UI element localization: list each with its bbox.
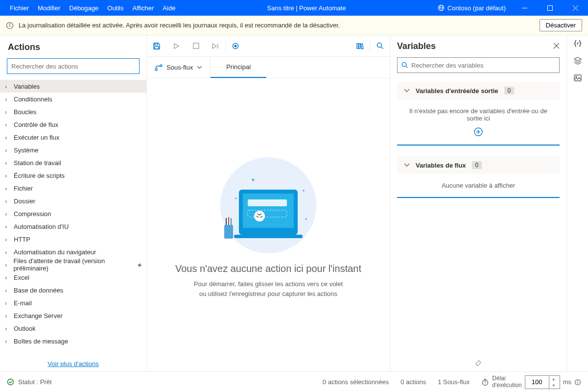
action-category-item[interactable]: ›Contrôle de flux (0, 118, 146, 131)
step-button[interactable] (206, 35, 225, 56)
menu-aide[interactable]: Aide (159, 1, 179, 15)
stop-button[interactable] (186, 35, 206, 56)
menu-outils[interactable]: Outils (103, 1, 127, 15)
action-category-label: E-mail (14, 299, 32, 307)
action-category-item[interactable]: ›Compression (0, 207, 146, 220)
chevron-right-icon: › (5, 287, 10, 294)
more-actions-link-container: Voir plus d'actions (0, 356, 146, 371)
action-category-item[interactable]: ›Automatisation d'IU (0, 220, 146, 233)
maximize-button[interactable] (539, 0, 561, 16)
record-button[interactable] (226, 35, 245, 56)
action-category-label: Exécuter un flux (14, 134, 59, 141)
action-category-label: Station de travail (14, 159, 61, 167)
svg-rect-24 (243, 194, 294, 228)
check-circle-icon (7, 378, 14, 386)
action-category-item[interactable]: ›Base de données (0, 284, 146, 296)
status-bar: Statut : Prêt 0 actions sélectionnées 0 … (0, 371, 588, 392)
action-category-item[interactable]: ›Automatisation du navigateur (0, 245, 146, 258)
flow-variables-header[interactable]: Variables de flux 0 (397, 156, 560, 174)
io-variables-count: 0 (504, 87, 515, 95)
svg-rect-16 (357, 44, 358, 49)
more-actions-link[interactable]: Voir plus d'actions (47, 360, 98, 368)
action-category-item[interactable]: ›HTTP (0, 233, 146, 245)
designer-canvas[interactable]: Vous n'avez aucune action ici pour l'ins… (147, 78, 390, 371)
premium-icon: ◈ (138, 262, 141, 268)
tab-principal[interactable]: Principal (211, 57, 266, 78)
action-category-item[interactable]: ›Système (0, 144, 146, 156)
environment-picker[interactable]: Contoso (par défaut) (434, 2, 510, 14)
variables-search[interactable] (397, 57, 560, 73)
variables-panel-title: Variables (397, 41, 553, 51)
info-icon[interactable] (574, 379, 581, 386)
actions-list: ›Variables›Conditionnels›Boucles›Contrôl… (0, 79, 146, 356)
chevron-right-icon: › (5, 147, 10, 154)
action-category-label: Conditionnels (14, 96, 52, 103)
io-variables-header[interactable]: Variables d'entrée/de sortie 0 (397, 82, 560, 99)
minimize-button[interactable] (514, 0, 535, 16)
disable-logging-button[interactable]: Désactiver (540, 19, 582, 31)
action-category-item[interactable]: ›Écriture de scripts (0, 169, 146, 182)
action-category-label: Base de données (14, 287, 63, 294)
save-icon (153, 42, 161, 50)
layers-icon (573, 56, 582, 65)
action-category-item[interactable]: ›Boucles (0, 105, 146, 118)
menu-debogage[interactable]: Débogage (65, 1, 102, 15)
action-category-label: Excel (14, 274, 29, 281)
subflow-dropdown[interactable]: Sous-flux (147, 57, 211, 78)
titlebar: Fichier Modifier Débogage Outils Affiche… (0, 0, 588, 16)
action-category-item[interactable]: ›Station de travail (0, 156, 146, 169)
action-category-item[interactable]: ›Excel (0, 271, 146, 284)
menu-afficher[interactable]: Afficher (129, 1, 158, 15)
close-button[interactable] (564, 0, 586, 16)
delay-up[interactable]: ▲ (549, 376, 558, 382)
menu-modifier[interactable]: Modifier (34, 1, 64, 15)
action-category-item[interactable]: ›Boîtes de message (0, 335, 146, 347)
rail-variables-button[interactable] (573, 39, 582, 49)
save-button[interactable] (147, 35, 166, 56)
action-category-item[interactable]: ›Outlook (0, 322, 146, 335)
action-category-item[interactable]: ›Fichier (0, 182, 146, 195)
menu-bar: Fichier Modifier Débogage Outils Affiche… (0, 1, 179, 15)
delay-spinner[interactable]: ▲ ▼ (525, 375, 560, 389)
delay-down[interactable]: ▼ (549, 382, 558, 389)
close-panel-button[interactable] (553, 43, 560, 50)
action-category-item[interactable]: ›Dossier (0, 195, 146, 207)
actions-search[interactable] (7, 58, 140, 74)
actions-search-input[interactable] (11, 63, 135, 70)
io-variables-label: Variables d'entrée/de sortie (416, 87, 498, 95)
io-variables-section: Variables d'entrée/de sortie 0 Il n'exis… (397, 82, 560, 146)
chevron-right-icon: › (5, 185, 10, 192)
search-icon (376, 42, 384, 49)
image-icon (573, 74, 582, 82)
braces-icon (573, 39, 582, 48)
chevron-right-icon: › (5, 236, 10, 243)
variables-footer-button[interactable] (390, 354, 566, 371)
rail-ui-elements-button[interactable] (573, 56, 582, 67)
rail-images-button[interactable] (573, 74, 582, 84)
chevron-right-icon: › (5, 197, 10, 205)
run-button[interactable] (166, 35, 186, 56)
actions-panel: Actions ›Variables›Conditionnels›Boucles… (0, 35, 147, 371)
menu-fichier[interactable]: Fichier (6, 1, 33, 15)
variables-search-input[interactable] (411, 62, 555, 69)
add-io-variable-button[interactable] (403, 127, 554, 137)
action-category-label: Boîtes de message (14, 338, 68, 345)
action-category-item[interactable]: ›E-mail (0, 296, 146, 309)
action-category-label: Files d'attente de travail (version prél… (13, 257, 134, 272)
subflow-icon (155, 64, 163, 71)
svg-point-21 (160, 65, 162, 67)
right-rail (566, 35, 588, 371)
search-button[interactable] (370, 35, 390, 56)
action-category-item[interactable]: ›Conditionnels (0, 93, 146, 105)
copilot-button[interactable] (350, 35, 370, 56)
chevron-down-icon (404, 89, 410, 93)
chevron-right-icon: › (5, 159, 10, 167)
action-category-item[interactable]: ›Exchange Server (0, 309, 146, 322)
action-category-item[interactable]: ›Files d'attente de travail (version pré… (0, 258, 146, 271)
svg-point-27 (254, 211, 265, 221)
action-category-item[interactable]: ›Variables (0, 80, 146, 93)
action-category-item[interactable]: ›Exécuter un flux (0, 131, 146, 144)
action-category-label: Automatisation d'IU (14, 223, 69, 230)
svg-rect-40 (574, 75, 581, 81)
delay-input[interactable] (525, 378, 549, 386)
